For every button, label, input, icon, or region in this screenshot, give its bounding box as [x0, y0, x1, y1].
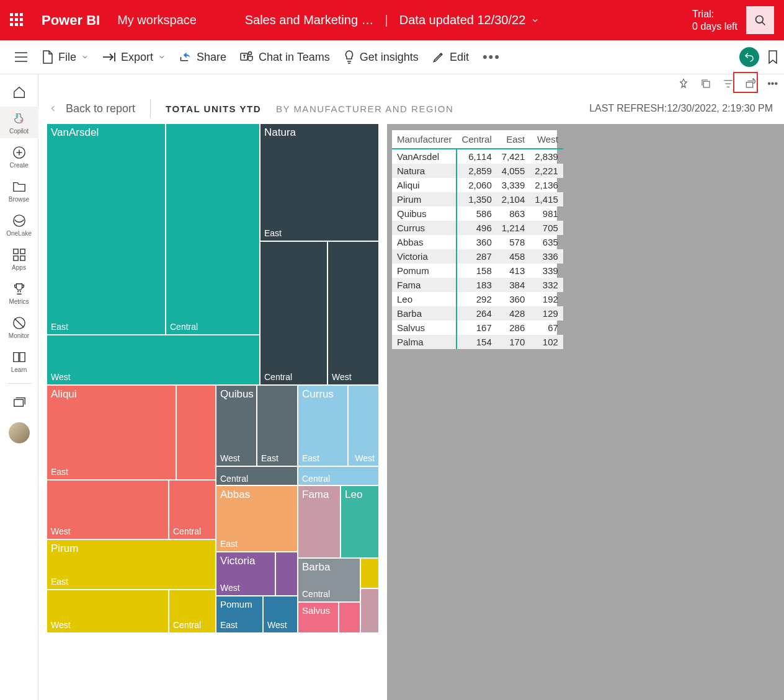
- nav-apps[interactable]: Apps: [0, 243, 38, 275]
- tm-quibus-west[interactable]: Quibus West: [216, 385, 256, 466]
- filter-icon[interactable]: [723, 78, 734, 89]
- tm-salvus[interactable]: Salvus: [298, 602, 338, 632]
- nav-learn[interactable]: Learn: [0, 345, 38, 377]
- nav-toggle[interactable]: [9, 45, 33, 69]
- chat-teams-button[interactable]: Chat in Teams: [240, 51, 330, 64]
- export-menu[interactable]: Export: [102, 51, 166, 64]
- col-west[interactable]: West: [530, 130, 563, 149]
- visual-action-strip: •••: [38, 74, 784, 93]
- visual-more-options[interactable]: •••: [767, 78, 778, 89]
- table-row[interactable]: VanArsdel6,1147,4212,839: [392, 149, 563, 164]
- data-updated-dropdown[interactable]: Data updated 12/30/22: [399, 13, 540, 27]
- tm-aliqui-west[interactable]: West: [47, 480, 168, 539]
- product-name[interactable]: Power BI: [42, 12, 100, 29]
- app-launcher-icon[interactable]: [10, 13, 24, 27]
- table-row[interactable]: Abbas360578635: [392, 235, 563, 249]
- col-east[interactable]: East: [497, 130, 530, 149]
- tm-victoria[interactable]: Victoria West: [216, 552, 275, 595]
- tm-pomum-west[interactable]: West: [263, 596, 297, 632]
- tm-vanarsdel-west[interactable]: West: [47, 335, 259, 384]
- table-row[interactable]: Quibus586863981: [392, 206, 563, 221]
- tm-pirum-west[interactable]: West: [47, 590, 168, 632]
- tm-natura-east[interactable]: Natura East: [260, 124, 378, 241]
- get-insights-button[interactable]: Get insights: [344, 50, 419, 64]
- svg-rect-19: [13, 256, 17, 260]
- cell-mfg: Pomum: [392, 264, 457, 278]
- table-row[interactable]: Pomum158413339: [392, 264, 563, 278]
- nav-monitor[interactable]: Monitor: [0, 311, 38, 343]
- tm-currus-west[interactable]: West: [348, 385, 378, 466]
- bookmark-icon[interactable]: [768, 50, 778, 64]
- nav-divider: [7, 383, 32, 384]
- main-area: Copilot Create Browse OneLake Apps Metri…: [0, 74, 784, 700]
- nav-create[interactable]: Create: [0, 141, 38, 172]
- tm-vanarsdel-east[interactable]: VanArsdel East: [47, 124, 166, 334]
- cell-mfg: Aliqui: [392, 178, 457, 192]
- workspace-link[interactable]: My workspace: [117, 13, 197, 27]
- cell-west: 192: [530, 292, 563, 306]
- table-row[interactable]: Fama183384332: [392, 278, 563, 292]
- nav-onelake[interactable]: OneLake: [0, 209, 38, 241]
- nav-browse[interactable]: Browse: [0, 175, 38, 206]
- pin-icon[interactable]: [678, 78, 689, 89]
- tm-natura-central[interactable]: Central: [260, 241, 327, 384]
- data-table[interactable]: Manufacturer Central East West VanArsdel…: [392, 130, 557, 349]
- tm-leo[interactable]: Leo: [341, 485, 378, 557]
- share-button[interactable]: Share: [179, 51, 226, 64]
- tm-quibus-east[interactable]: East: [257, 385, 297, 466]
- visual-title: TOTAL UNITS YTD: [166, 104, 261, 114]
- tm-currus-central[interactable]: Central: [298, 466, 378, 485]
- tm-pirum-central[interactable]: Central: [169, 590, 215, 632]
- tm-fama[interactable]: Fama: [298, 485, 340, 557]
- tm-abbas-east[interactable]: Abbas East: [216, 485, 297, 551]
- treemap-visual[interactable]: VanArsdel East Central West Natura East …: [47, 124, 378, 632]
- nav-home[interactable]: [0, 81, 38, 104]
- cell-west: 2,839: [530, 149, 563, 164]
- more-options[interactable]: •••: [483, 49, 501, 65]
- table-row[interactable]: Barba264428129: [392, 306, 563, 321]
- tm-aliqui-central[interactable]: Central: [169, 480, 215, 539]
- table-row[interactable]: Currus4961,214705: [392, 221, 563, 235]
- tm-barba[interactable]: Barba Central: [298, 558, 360, 601]
- tm-natura-west[interactable]: West: [327, 241, 378, 384]
- cell-central: 158: [457, 264, 496, 278]
- col-central[interactable]: Central: [457, 130, 496, 149]
- copy-icon[interactable]: [700, 78, 711, 89]
- file-icon: [42, 50, 53, 64]
- tm-quibus-central[interactable]: Central: [216, 466, 297, 485]
- tm-currus-east[interactable]: Currus East: [298, 385, 347, 466]
- file-menu[interactable]: File: [42, 50, 89, 64]
- table-row[interactable]: Pirum1,3502,1041,415: [392, 192, 563, 206]
- tm-salvus-2[interactable]: [339, 602, 360, 632]
- tm-victoria-2[interactable]: [275, 552, 297, 595]
- tm-pirum-east[interactable]: Pirum East: [47, 539, 215, 589]
- user-avatar[interactable]: [9, 422, 30, 443]
- tm-aliqui-extra[interactable]: [176, 385, 215, 479]
- nav-workspaces[interactable]: [0, 390, 38, 414]
- tm-vanarsdel-central[interactable]: Central: [166, 124, 259, 334]
- lightbulb-icon: [344, 50, 355, 64]
- table-row[interactable]: Leo292360192: [392, 292, 563, 306]
- table-row[interactable]: Salvus16728667: [392, 321, 563, 335]
- search-button[interactable]: [746, 6, 774, 34]
- table-row[interactable]: Palma154170102: [392, 335, 563, 349]
- col-manufacturer[interactable]: Manufacturer: [392, 130, 457, 149]
- table-row[interactable]: Aliqui2,0603,3392,136: [392, 178, 563, 192]
- table-row[interactable]: Victoria287458336: [392, 249, 563, 264]
- nav-copilot[interactable]: Copilot: [0, 107, 38, 138]
- cell-east: 286: [497, 321, 530, 335]
- report-title[interactable]: Sales and Marketing …: [245, 13, 374, 27]
- table-row[interactable]: Natura2,8594,0552,221: [392, 164, 563, 178]
- back-to-report-link[interactable]: Back to report: [50, 102, 135, 115]
- cell-west: 67: [530, 321, 563, 335]
- tm-pomum[interactable]: Pomum East: [216, 596, 262, 632]
- tm-small-1[interactable]: [360, 558, 378, 588]
- cell-west: 339: [530, 264, 563, 278]
- reset-visual-button[interactable]: [739, 47, 759, 67]
- tm-small-2[interactable]: [360, 588, 378, 632]
- tm-aliqui-east[interactable]: Aliqui East: [47, 385, 176, 479]
- nav-metrics[interactable]: Metrics: [0, 277, 38, 309]
- trial-status[interactable]: Trial: 0 days left: [692, 8, 737, 33]
- edit-button[interactable]: Edit: [432, 51, 469, 64]
- divider: [150, 99, 151, 118]
